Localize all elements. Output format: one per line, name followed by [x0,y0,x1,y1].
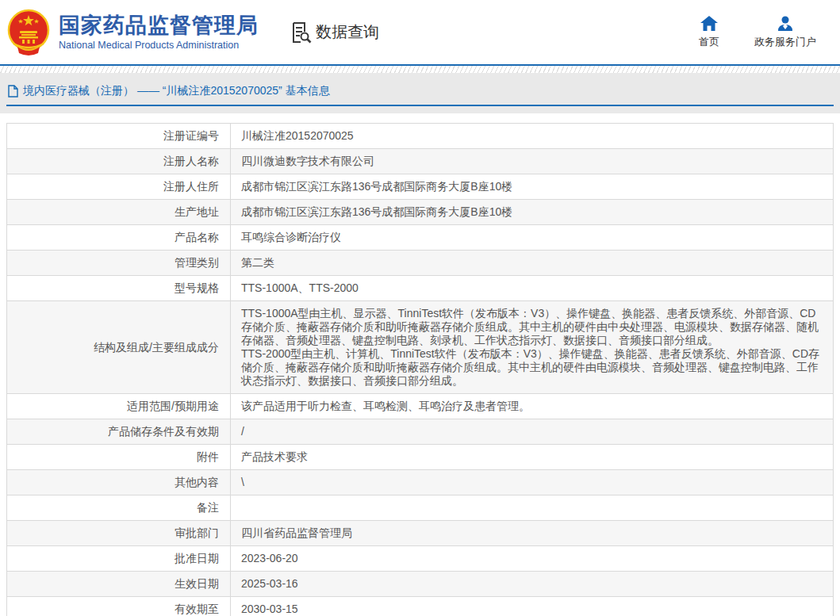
row-value: \ [231,470,834,495]
row-value: TTS-1000A型由主机、显示器、TinniTest软件（发布版本：V3）、操… [231,301,834,394]
hatch-strip [0,66,840,73]
table-row: 其他内容 \ [7,470,834,495]
nav-item-portal[interactable]: 政务服务门户 [754,16,816,49]
row-label: 产品储存条件及有效期 [7,419,231,445]
document-icon [8,85,18,98]
table-row: 附件 产品技术要求 [7,445,834,470]
row-label: 产品名称 [7,225,231,251]
site-header: 国家药品监督管理局 National Medical Products Admi… [0,0,840,64]
row-label: 生产地址 [7,200,231,225]
table-row: 生产地址 成都市锦江区滨江东路136号成都国际商务大厦B座10楼 [7,200,834,225]
row-label: 附件 [7,445,231,470]
row-label: 生效日期 [7,572,231,597]
table-row: 注册人名称 四川微迪数字技术有限公司 [7,149,834,174]
breadcrumb: 境内医疗器械（注册） —— “川械注准20152070025” 基本信息 [6,73,834,106]
table-row: 备注 [7,495,834,521]
row-value: 2030-03-15 [231,597,834,616]
breadcrumb-text[interactable]: 境内医疗器械（注册） —— “川械注准20152070025” 基本信息 [23,84,330,98]
nav-item-home-label: 首页 [699,35,719,49]
row-label: 注册人住所 [7,174,231,200]
nav-item-home[interactable]: 首页 [699,16,719,49]
row-value: 川械注准20152070025 [231,124,834,149]
row-value: 2023-06-20 [231,546,834,572]
row-label: 注册人名称 [7,149,231,174]
row-value: 产品技术要求 [231,445,834,470]
logo-text: 国家药品监督管理局 National Medical Products Admi… [59,13,259,51]
table-row: 型号规格 TTS-1000A、TTS-2000 [7,276,834,301]
row-value: 成都市锦江区滨江东路136号成都国际商务大厦B座10楼 [231,174,834,200]
table-row: 产品名称 耳鸣综合诊断治疗仪 [7,225,834,251]
spacer [0,113,840,123]
table-row: 有效期至 2030-03-15 [7,597,834,616]
table-row: 生效日期 2025-03-16 [7,572,834,597]
data-query-label: 数据查询 [316,21,379,43]
breadcrumb-bar: 境内医疗器械（注册） —— “川械注准20152070025” 基本信息 [0,73,840,113]
row-label: 审批部门 [7,521,231,546]
row-value: 成都市锦江区滨江东路136号成都国际商务大厦B座10楼 [231,200,834,225]
user-icon [777,16,793,31]
nav-item-portal-label: 政务服务门户 [754,35,816,49]
row-value: TTS-1000A、TTS-2000 [231,276,834,301]
home-icon [700,16,718,31]
row-label: 注册证编号 [7,124,231,149]
registration-info-table: 注册证编号 川械注准20152070025 注册人名称 四川微迪数字技术有限公司… [6,123,834,616]
table-row: 注册证编号 川械注准20152070025 [7,124,834,149]
row-label: 结构及组成/主要组成成分 [7,301,231,394]
row-value: / [231,419,834,445]
data-query-nav[interactable]: 数据查询 [290,21,379,44]
site-title: 国家药品监督管理局 [59,13,259,37]
table-row: 产品储存条件及有效期 / [7,419,834,445]
row-label: 型号规格 [7,276,231,301]
row-value: 四川微迪数字技术有限公司 [231,149,834,174]
document-search-icon [290,21,312,44]
row-value: 该产品适用于听力检查、耳鸣检测、耳鸣治疗及患者管理。 [231,394,834,419]
row-value: 第二类 [231,251,834,276]
table-row: 管理类别 第二类 [7,251,834,276]
row-value: 耳鸣综合诊断治疗仪 [231,225,834,251]
row-value: 四川省药品监督管理局 [231,521,834,546]
table-row: 注册人住所 成都市锦江区滨江东路136号成都国际商务大厦B座10楼 [7,174,834,200]
row-label: 管理类别 [7,251,231,276]
table-row-structure: 结构及组成/主要组成成分 TTS-1000A型由主机、显示器、TinniTest… [7,301,834,394]
row-label: 适用范围/预期用途 [7,394,231,419]
national-emblem-icon [6,9,51,56]
row-label: 其他内容 [7,470,231,495]
row-label: 有效期至 [7,597,231,616]
row-label: 批准日期 [7,546,231,572]
table-row: 适用范围/预期用途 该产品适用于听力检查、耳鸣检测、耳鸣治疗及患者管理。 [7,394,834,419]
table-row: 批准日期 2023-06-20 [7,546,834,572]
header-right-nav: 首页 政务服务门户 [699,16,840,49]
row-label: 备注 [7,495,231,521]
row-value: 2025-03-16 [231,572,834,597]
row-value [231,495,834,521]
table-row: 审批部门 四川省药品监督管理局 [7,521,834,546]
nmpa-logo[interactable]: 国家药品监督管理局 National Medical Products Admi… [6,9,259,56]
site-subtitle: National Medical Products Administration [59,40,259,51]
